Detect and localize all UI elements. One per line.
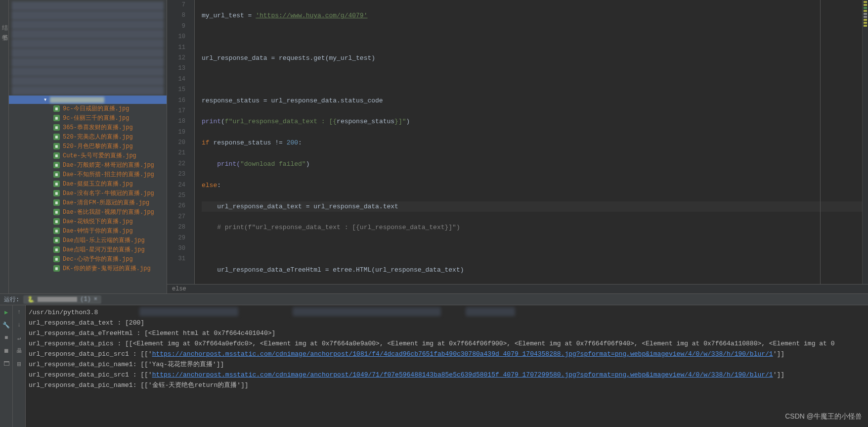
image-file-icon: ▦ — [53, 105, 60, 112]
tree-file-label: Dae点唱-星河万里的直播.jpg — [63, 245, 145, 254]
console-line: url_response_data_pic_src1 : [['https://… — [29, 349, 865, 359]
tree-file[interactable]: ▦Dae-清音FM-所愿冠的直播.jpg — [9, 198, 167, 207]
print-icon[interactable]: 🖶 — [15, 347, 23, 355]
tree-item-blur — [12, 39, 164, 48]
image-file-icon: ▦ — [53, 199, 60, 206]
image-file-icon: ▦ — [53, 134, 60, 140]
image-file-icon: ▦ — [53, 162, 60, 168]
up-icon[interactable]: ↑ — [15, 308, 23, 316]
tools-icon[interactable]: 🔧 — [2, 321, 10, 329]
tree-file[interactable]: ▦9c-佳丽三千的直播.jpg — [9, 113, 167, 123]
image-file-icon: ▦ — [53, 124, 60, 131]
minimap[interactable] — [862, 0, 868, 284]
tree-file-label: Dae-挺挺玉立的直播.jpg — [63, 180, 133, 188]
tree-folder-selected[interactable]: ▾ — [9, 95, 167, 104]
tree-file-label: Dae-不知所措-招主持的直播.jpg — [63, 170, 154, 179]
tree-file[interactable]: ▦Dae点唱-星河万里的直播.jpg — [9, 245, 167, 254]
tree-item-blur — [12, 67, 164, 76]
tree-file-label: 365-恭喜发财的直播.jpg — [63, 123, 133, 132]
image-file-icon: ▦ — [53, 115, 60, 121]
tree-file-label: Cute-头号可爱的直播.jpg — [63, 151, 136, 160]
image-file-icon: ▦ — [53, 171, 60, 178]
project-tree[interactable]: ▾ ▦9c-今日戒甜的直播.jpg▦9c-佳丽三千的直播.jpg▦365-恭喜发… — [9, 0, 167, 293]
filter-icon[interactable]: ▤ — [15, 360, 23, 368]
watermark: CSDN @牛魔王的小怪兽 — [785, 412, 862, 421]
image-file-icon: ▦ — [53, 265, 60, 272]
tree-file[interactable]: ▦Dae点唱-乐上云端的直播.jpg — [9, 236, 167, 245]
run-toolbar-left: ▶ 🔧 ■ ⏹ 🗖 — [0, 305, 13, 427]
image-file-icon: ▦ — [53, 237, 60, 243]
image-file-icon: ▦ — [53, 143, 60, 149]
tree-file-label: Dae-没有名字-牛顿冠的直播.jpg — [63, 189, 154, 197]
breadcrumb: else — [167, 284, 868, 293]
tree-file-label: 520-完美恋人的直播.jpg — [63, 133, 133, 141]
console-line: url_response_data_eTreeHtml : [<Element … — [29, 328, 865, 338]
console-line: url_response_data_pic_name1: [['金钰-天资绝色r… — [29, 380, 865, 390]
image-file-icon: ▦ — [53, 181, 60, 187]
wrap-icon[interactable]: ↵ — [15, 334, 23, 342]
tree-item-blur — [12, 30, 164, 39]
run-config-tab[interactable]: 🐍 (1) × — [23, 295, 101, 304]
tree-file[interactable]: ▦Dae-钟情于你的直播.jpg — [9, 226, 167, 236]
down-icon[interactable]: ↓ — [15, 321, 23, 329]
tree-file[interactable]: ▦Dae-花钱悦下的直播.jpg — [9, 217, 167, 226]
tree-file[interactable]: ▦Dae-挺挺玉立的直播.jpg — [9, 179, 167, 189]
tree-item-blur — [12, 86, 164, 95]
rerun-icon[interactable]: ▶ — [2, 308, 10, 316]
exit-icon[interactable]: ⏹ — [2, 347, 10, 355]
tree-file-label: Dae-清音FM-所愿冠的直播.jpg — [63, 198, 149, 207]
layout-icon[interactable]: 🗖 — [2, 360, 10, 368]
code-editor[interactable]: 7891011121314151617181920212223242526272… — [167, 0, 868, 284]
tree-item-blur — [12, 1, 164, 10]
image-file-icon: ▦ — [53, 209, 60, 215]
console-line: url_response_data_pic_src1 : [['https://… — [29, 370, 865, 380]
tree-file[interactable]: ▦Cute-头号可爱的直播.jpg — [9, 151, 167, 160]
tree-file-label: Dae-爸比我甜-视频厅的直播.jpg — [63, 208, 154, 216]
image-file-icon: ▦ — [53, 228, 60, 234]
tree-file-label: Dae-花钱悦下的直播.jpg — [63, 217, 133, 226]
tree-file[interactable]: ▦DK-你的娇妻-鬼哥冠的直播.jpg — [9, 264, 167, 273]
tree-item-blur — [12, 11, 164, 20]
image-file-icon: ▦ — [53, 190, 60, 196]
run-label: 运行: — [4, 295, 19, 304]
stop-icon[interactable]: ■ — [2, 334, 10, 342]
close-icon[interactable]: × — [94, 296, 97, 303]
tree-file-label: DK-你的娇妻-鬼哥冠的直播.jpg — [63, 264, 151, 273]
tree-file[interactable]: ▦Dae-万般娇宠-林哥冠的直播.jpg — [9, 160, 167, 170]
console-link[interactable]: https://anchorpost.msstatic.com/cdnimage… — [152, 350, 773, 358]
tree-file[interactable]: ▦520-月色巴黎的直播.jpg — [9, 142, 167, 151]
run-toolbar-left-2: ↑ ↓ ↵ 🖶 ▤ — [13, 305, 26, 427]
image-file-icon: ▦ — [53, 152, 60, 159]
tree-file[interactable]: ▦Dae-爸比我甜-视频厅的直播.jpg — [9, 207, 167, 217]
fold-strip — [195, 0, 200, 284]
tree-file[interactable]: ▦9c-今日戒甜的直播.jpg — [9, 104, 167, 113]
tree-item-blur — [12, 58, 164, 67]
tree-file-label: Dae-钟情于你的直播.jpg — [63, 227, 133, 235]
tree-file[interactable]: ▦Dae-不知所措-招主持的直播.jpg — [9, 170, 167, 179]
console-line: url_response_data_text : [200] — [29, 318, 865, 328]
code-area[interactable]: my_url_test = 'https://www.huya.com/g/40… — [200, 0, 862, 284]
tree-file-label: Dae点唱-乐上云端的直播.jpg — [63, 236, 145, 244]
left-tool-strip: 结 书签 — [0, 0, 9, 293]
tree-file-label: Dec-心动予你的直播.jpg — [63, 255, 133, 263]
image-file-icon: ▦ — [53, 218, 60, 225]
tree-item-blur — [12, 48, 164, 57]
tree-item-blur — [12, 77, 164, 86]
tree-file[interactable]: ▦365-恭喜发财的直播.jpg — [9, 123, 167, 132]
right-margin-line — [820, 0, 821, 284]
tree-file[interactable]: ▦520-完美恋人的直播.jpg — [9, 132, 167, 142]
tree-file-label: 9c-今日戒甜的直播.jpg — [63, 104, 129, 113]
console-line: url_response_data_pic_name1: [['Yaq-花花世界… — [29, 359, 865, 370]
tree-item-blur — [12, 20, 164, 29]
tree-file-label: 520-月色巴黎的直播.jpg — [63, 142, 133, 150]
console-link[interactable]: https://anchorpost.msstatic.com/cdnimage… — [152, 371, 773, 379]
tree-file[interactable]: ▦Dec-心动予你的直播.jpg — [9, 254, 167, 264]
tree-file-label: 9c-佳丽三千的直播.jpg — [63, 114, 129, 122]
chevron-down-icon: ▾ — [43, 96, 47, 103]
console-line: url_response_data_pics : [[<Element img … — [29, 338, 865, 349]
image-file-icon: ▦ — [53, 256, 60, 262]
run-panel-header: 运行: 🐍 (1) × — [0, 294, 868, 305]
image-file-icon: ▦ — [53, 246, 60, 253]
tree-file[interactable]: ▦Dae-没有名字-牛顿冠的直播.jpg — [9, 189, 167, 198]
run-console[interactable]: /usr/bin/python3.8url_response_data_text… — [26, 305, 868, 427]
